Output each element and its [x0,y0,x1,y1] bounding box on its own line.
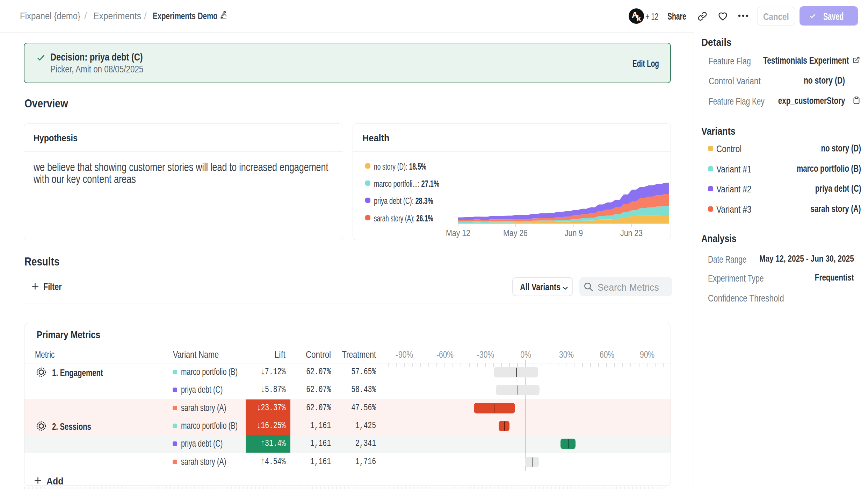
svg-text:Jun 9: Jun 9 [565,228,583,238]
svg-text:Jun 23: Jun 23 [620,228,643,238]
svg-text:May 12: May 12 [446,228,470,238]
svg-text:May 26: May 26 [503,228,528,238]
